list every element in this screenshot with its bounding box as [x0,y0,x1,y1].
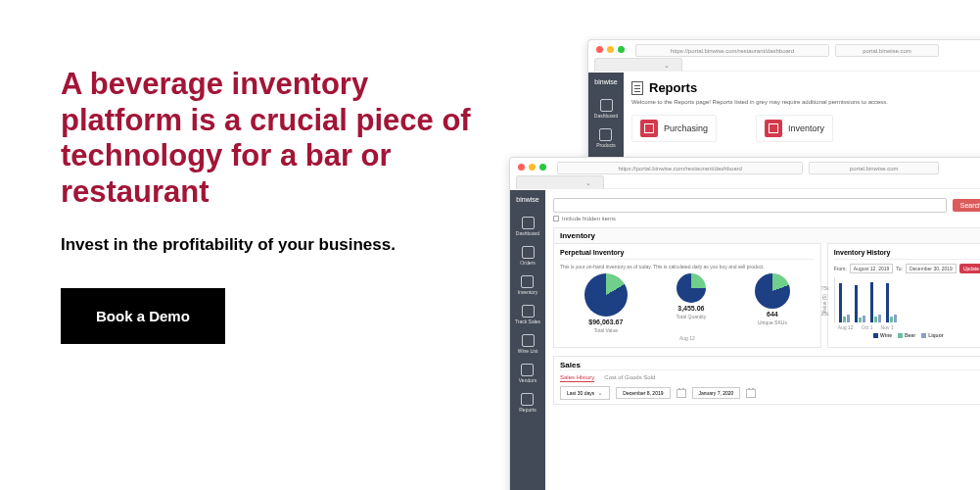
perpetual-inventory-panel: Perpetual Inventory This is your on-hand… [553,243,821,348]
sidebar-item-label: Wine List [518,348,538,354]
document-icon [521,393,534,406]
sidebar-item-label: Dashboard [594,113,618,119]
sidebar-item-label: Orders [520,260,535,266]
panel-description: This is your on-hand inventory as of tod… [560,264,815,270]
report-card-label: Purchasing [664,123,708,133]
maximize-icon[interactable] [539,164,546,171]
book-demo-button[interactable]: Book a Demo [61,288,225,344]
close-icon[interactable] [596,46,603,53]
x-tick: Aug 12 [838,324,854,330]
pie-chart-total-value [584,273,628,317]
to-date-field[interactable]: January 7, 2020 [692,387,741,399]
chart-icon [522,305,535,318]
search-button[interactable]: Search [953,199,980,212]
stat-label: Total Quantity [677,314,707,319]
report-card-label: Inventory [788,123,824,133]
chart-legend: Wine Beer Liquor [834,332,980,338]
cart-icon [522,246,535,259]
sidebar-item-dashboard[interactable]: Dashboard [516,217,539,236]
app-sidebar: binwise Dashboard Orders Inventory Track… [510,190,545,490]
chevron-down-icon: ⌄ [585,179,591,187]
legend-item: Wine [880,332,892,338]
search-input[interactable] [553,198,947,213]
gauge-icon [600,99,613,112]
report-card-inventory[interactable]: Inventory [756,115,833,142]
from-date-field[interactable]: August 12, 2019 [850,264,893,273]
maximize-icon[interactable] [618,46,625,53]
inventory-history-panel: Inventory History From: August 12, 2019 … [827,243,980,348]
legend-item: Liquor [928,332,944,338]
sidebar-item-label: Products [596,142,616,148]
sidebar-item-inventory[interactable]: Inventory [518,275,538,295]
stat-value: $96,063.67 [588,318,623,325]
minimize-icon[interactable] [607,46,614,53]
sidebar-item-label: Track Sales [515,318,540,324]
brand-label: binwise [516,196,538,203]
sidebar-item-vendors[interactable]: Vendors [519,364,537,383]
stat-label: Unique SKUs [758,319,787,325]
gauge-icon [522,217,535,229]
panel-heading: Inventory History [834,249,980,260]
domain-field: portal.binwise.com [809,162,939,174]
panel-heading: Sales [560,361,980,370]
calendar-icon[interactable] [746,389,756,398]
sidebar-item-dashboard[interactable]: Dashboard [594,99,618,119]
inventory-section-title: Inventory [553,227,980,243]
wine-icon [522,334,535,347]
sales-panel: Sales Sales History Cost of Goods Sold L… [553,356,980,405]
sidebar-item-track-sales[interactable]: Track Sales [515,305,540,324]
sidebar-item-label: Inventory [518,289,538,295]
window-controls [518,164,546,171]
sidebar-item-orders[interactable]: Orders [520,246,535,266]
cart-icon [640,120,658,137]
x-tick: Nov 1 [881,324,894,330]
inventory-icon [765,120,782,137]
window-controls [596,46,625,53]
pie-chart-total-quantity [677,273,706,303]
minimize-icon[interactable] [529,164,536,171]
stat-value: 644 [767,311,778,318]
sidebar-item-reports[interactable]: Reports [519,393,537,413]
sidebar-item-label: Reports [519,407,537,413]
pie-chart-unique-skus [755,273,790,309]
range-select[interactable]: Last 30 days⌄ [560,386,610,400]
stat-value: 3,455.06 [677,305,704,312]
x-tick: Oct 1 [862,324,873,330]
report-card-purchasing[interactable]: Purchasing [631,115,717,142]
browser-window-dashboard: https://portal.binwise.com/restaurant/da… [509,157,980,490]
from-date-field[interactable]: December 8, 2019 [616,387,670,399]
sidebar-item-label: Dashboard [516,230,539,236]
document-icon [631,81,643,95]
tab-strip: ⌄ [516,175,980,189]
browser-tab[interactable]: ⌄ [594,58,682,72]
tab-cogs[interactable]: Cost of Goods Sold [604,374,655,382]
address-bar[interactable]: https://portal.binwise.com/restaurant/da… [557,162,803,174]
update-button[interactable]: Update [959,264,980,273]
domain-field: portal.binwise.com [835,44,939,57]
hero-subhead: Invest in the profitability of your busi… [61,233,472,257]
stat-label: Total Value [594,327,618,333]
address-bar[interactable]: https://portal.binwise.com/restaurant/da… [635,44,829,57]
tab-sales-history[interactable]: Sales History [560,374,594,382]
checkbox-label: Include hidden items [562,216,616,221]
legend-item: Beer [905,332,915,338]
vendor-icon [521,364,534,376]
sidebar-item-label: Vendors [519,377,537,383]
box-icon [521,275,534,288]
to-date-field[interactable]: December 30, 2019 [906,264,957,273]
reports-title: Reports [649,80,697,95]
hidden-items-checkbox[interactable] [553,216,559,221]
brand-label: binwise [594,78,617,85]
box-icon [599,128,612,141]
sidebar-item-wine-list[interactable]: Wine List [518,334,538,354]
browser-tab[interactable]: ⌄ [516,175,604,189]
calendar-icon[interactable] [677,389,686,398]
close-icon[interactable] [518,164,525,171]
chevron-down-icon: ⌄ [664,62,670,70]
hero-headline: A beverage inventory platform is a cruci… [61,67,472,210]
from-label: From: [834,266,847,271]
sidebar-item-products[interactable]: Products [596,128,616,148]
x-tick: Aug 12 [679,335,695,341]
bar-chart-inventory-history [834,277,980,322]
reports-description: Welcome to the Reports page! Reports lis… [631,99,980,105]
